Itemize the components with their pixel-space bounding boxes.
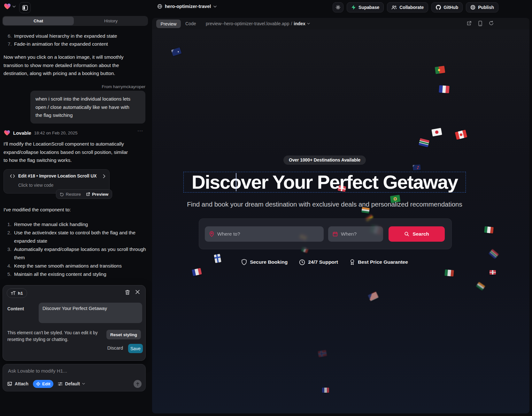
- list-item: 4.Keep the same smooth animations and tr…: [4, 262, 148, 270]
- style-note-text: This element can't be styled. You can ed…: [7, 330, 103, 343]
- element-tag-label: h1: [18, 291, 23, 296]
- assistant-paragraph: I've modified the component to:: [4, 206, 148, 214]
- chevron-down-icon: [307, 23, 310, 25]
- panel-layout-icon: [22, 5, 28, 11]
- search-button[interactable]: Search: [389, 226, 445, 242]
- project-name: hero-optimizer-travel: [165, 4, 211, 9]
- hero-section: Over 1000+ Destinations Available Discov…: [152, 29, 497, 413]
- github-button[interactable]: GitHub: [431, 2, 463, 12]
- when-input[interactable]: When?: [328, 226, 383, 242]
- edit-mode-button[interactable]: Edit: [33, 380, 54, 388]
- restore-button[interactable]: Restore: [60, 192, 81, 197]
- chat-prompt-input[interactable]: [7, 367, 140, 380]
- reset-styling-button[interactable]: Reset styling: [106, 330, 141, 339]
- element-tag-badge[interactable]: h1: [7, 288, 27, 298]
- where-placeholder: Where to?: [217, 231, 240, 237]
- tab-code[interactable]: Code: [185, 21, 196, 26]
- chevron-right-icon: [103, 174, 105, 178]
- tab-chat[interactable]: Chat: [3, 17, 74, 25]
- preview-pane: Preview Code preview--hero-optimizer-tra…: [152, 18, 529, 413]
- assistant-name: Lovable: [13, 130, 31, 136]
- mode-selector[interactable]: Default: [58, 382, 85, 386]
- url-host: preview--hero-optimizer-travel.lovable.a…: [206, 21, 289, 26]
- sidebar-tabs: Chat History: [2, 16, 148, 26]
- github-icon: [436, 5, 441, 10]
- list-item: 2.Use the activeIndex state to control b…: [4, 229, 148, 245]
- rendered-page-canvas: Over 1000+ Destinations Available Discov…: [152, 29, 529, 413]
- location-pin-icon: [209, 231, 214, 237]
- when-placeholder: When?: [341, 231, 357, 237]
- url-separator: /: [291, 21, 292, 26]
- hero-title[interactable]: Discover Your Perfect Getaway: [192, 171, 458, 193]
- preview-toolbar: Preview Code preview--hero-optimizer-tra…: [152, 18, 529, 29]
- feature-secure-booking: Secure Booking: [241, 259, 288, 265]
- lovable-app-window: hero-optimizer-travel: [0, 0, 532, 416]
- lovable-heart-icon: [4, 130, 10, 136]
- text-caret: [236, 173, 236, 191]
- calendar-icon: [333, 231, 338, 237]
- attach-button[interactable]: Attach: [7, 382, 28, 386]
- tab-preview[interactable]: Preview: [156, 19, 181, 28]
- attach-image-icon: [7, 382, 12, 386]
- supabase-button[interactable]: Supabase: [347, 2, 384, 12]
- tab-history[interactable]: History: [74, 17, 147, 25]
- assistant-paragraph: I'll modify the LocationScroll component…: [4, 140, 148, 164]
- shield-icon: [241, 259, 247, 265]
- preview-url[interactable]: preview--hero-optimizer-travel.lovable.a…: [206, 21, 310, 26]
- code-icon: [10, 174, 15, 178]
- lovable-logo-menu[interactable]: [4, 3, 16, 10]
- publish-label: Publish: [478, 5, 494, 10]
- where-input[interactable]: Where to?: [205, 226, 324, 242]
- version-actions: Restore Preview: [56, 189, 112, 199]
- open-external-icon[interactable]: [466, 21, 472, 26]
- sidebar-toggle-button[interactable]: [19, 2, 31, 13]
- typography-icon: [11, 291, 16, 295]
- message-options-button[interactable]: ···: [137, 128, 143, 133]
- list-item: 7.Fade-in animation for the expanded con…: [4, 40, 147, 48]
- user-message-bubble: when i scroll into the individual locati…: [30, 91, 145, 124]
- globe-icon: [157, 4, 162, 9]
- user-message-text: when i scroll into the individual locati…: [35, 95, 140, 119]
- chevron-down-icon: [213, 5, 217, 8]
- list-item: 6.Improved visual hierarchy in the expan…: [4, 32, 147, 40]
- lovable-heart-icon: [4, 3, 11, 10]
- target-icon: [36, 382, 40, 386]
- chat-input-container: Attach Edit Default: [3, 364, 146, 391]
- supabase-label: Supabase: [359, 5, 379, 10]
- publish-globe-icon: [470, 5, 475, 10]
- settings-button[interactable]: [333, 2, 343, 12]
- project-switcher[interactable]: hero-optimizer-travel: [157, 4, 217, 9]
- mobile-view-icon[interactable]: [478, 21, 482, 26]
- edit-card-title: Edit #18 • Improve Location Scroll UX: [18, 174, 100, 178]
- chevron-down-icon: [12, 5, 16, 8]
- feature-support: 24/7 Support: [299, 259, 338, 265]
- save-button[interactable]: Save: [128, 344, 143, 353]
- edit-card-subtitle: Click to view code: [18, 183, 53, 188]
- discard-button[interactable]: Discard: [107, 345, 123, 351]
- clock-icon: [299, 259, 305, 265]
- element-editor-panel: h1 Content Discover Your Perfect Getaway…: [3, 285, 146, 361]
- external-link-icon: [86, 192, 90, 196]
- send-button[interactable]: [134, 380, 142, 388]
- sliders-icon: [58, 382, 63, 386]
- message-author-label: From harrymckayroper: [102, 84, 145, 89]
- publish-button[interactable]: Publish: [466, 2, 498, 12]
- close-icon[interactable]: [135, 290, 142, 296]
- list-item: 3.Automatically expand/collapse location…: [4, 245, 148, 262]
- restore-icon: [60, 192, 64, 196]
- selected-heading-outline[interactable]: Discover Your Perfect Getaway: [183, 172, 466, 193]
- message-timestamp: 18:42 on Feb 20, 2025: [34, 131, 78, 135]
- content-input[interactable]: Discover Your Perfect Getaway: [39, 303, 142, 323]
- list-item: 5.Maintain all the existing content and …: [4, 270, 148, 278]
- content-field-label: Content: [7, 306, 24, 311]
- assistant-message-header: Lovable 18:42 on Feb 20, 2025: [4, 129, 145, 137]
- chevron-down-icon: [82, 383, 85, 385]
- assistant-paragraph: Now when you click on a location image, …: [4, 53, 147, 78]
- chat-sidebar: Chat History 6.Improved visual hierarchy…: [0, 15, 150, 416]
- preview-version-button[interactable]: Preview: [86, 192, 108, 197]
- refresh-icon[interactable]: [489, 21, 494, 26]
- collaborate-button[interactable]: Collaborate: [387, 2, 428, 12]
- delete-element-button[interactable]: [125, 290, 131, 296]
- award-icon: [350, 259, 355, 265]
- feature-row: Secure Booking 24/7 Support Best Price G…: [152, 259, 497, 265]
